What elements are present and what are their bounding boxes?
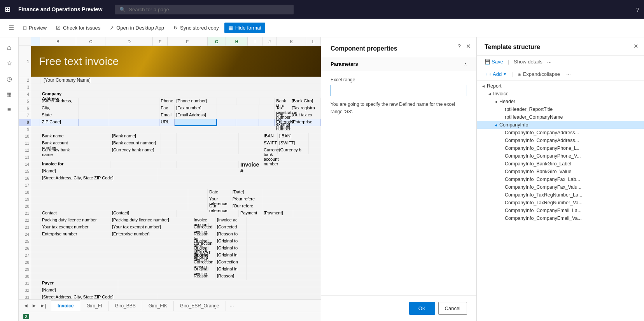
node-label-bankgiro-l: CompanyInfo_BankGiro_Label xyxy=(505,161,571,167)
excel-icon: X xyxy=(23,314,29,319)
sheet-tab-giro-fi[interactable]: Giro_FI xyxy=(80,301,108,311)
table-row: 20 Our reference [Our refere xyxy=(19,203,321,210)
sheet-tab-giro-esr[interactable]: Giro_ESR_Orange xyxy=(174,301,226,311)
table-row: 10 Bank name [Bank name] IBAN [IBAN] xyxy=(19,133,321,140)
tree-node-bankgiro-v[interactable]: CompanyInfo_BankGiro_Value xyxy=(477,168,644,175)
table-row: 4 Company Address xyxy=(19,91,321,98)
sheet-tab-invoice[interactable]: Invoice xyxy=(51,300,80,311)
tree-node-email-v[interactable]: CompanyInfo_CompanyEmail_Va... xyxy=(477,214,644,222)
parameters-section-header[interactable]: Parameters ∧ xyxy=(321,57,476,71)
sidebar-home[interactable]: ⌂ xyxy=(2,40,16,54)
tree-node-companyaddr2[interactable]: CompanyInfo_CompanyAddress... xyxy=(477,137,644,144)
search-icon: 🔍 xyxy=(119,7,126,12)
tree-arrow-invoice: ◄ xyxy=(488,92,493,96)
table-row: 32 [Name] xyxy=(19,287,321,294)
cancel-button[interactable]: Cancel xyxy=(438,302,467,315)
hide-format-button[interactable]: ▦ Hide format xyxy=(224,23,265,33)
preview-button[interactable]: □ Preview xyxy=(19,23,51,33)
tree-node-companyinfo[interactable]: ◄ CompanyInfo xyxy=(477,121,644,129)
hide-format-label: Hide format xyxy=(235,25,261,31)
tree-node-taxreg-l[interactable]: CompanyInfo_TaxRegNumber_La... xyxy=(477,191,644,199)
node-label-email-v: CompanyInfo_CompanyEmail_Va... xyxy=(505,216,582,221)
component-properties-panel: ? ✕ Component properties Parameters ∧ Ex… xyxy=(321,37,477,321)
sheet-nav-next[interactable]: ► xyxy=(30,303,38,309)
search-input[interactable] xyxy=(129,7,289,12)
tree-node-invoice[interactable]: ◄ Invoice xyxy=(477,90,644,98)
excel-range-input[interactable] xyxy=(331,85,467,96)
table-row: 27 Original invoice [Original in xyxy=(19,252,321,259)
sidebar-favorites[interactable]: ☆ xyxy=(2,56,16,70)
sync-button[interactable]: ↻ Sync stored copy xyxy=(170,23,223,33)
show-details-button[interactable]: Show details xyxy=(512,58,544,65)
save-label: Save xyxy=(492,59,503,65)
tree-node-fax-l[interactable]: CompanyInfo_CompanyFax_Lab... xyxy=(477,175,644,183)
comp-props-spacer xyxy=(321,122,476,295)
template-toolbar-ellipsis[interactable]: ··· xyxy=(547,59,552,65)
hamburger-button[interactable]: ☰ xyxy=(5,22,18,34)
left-sidebar: ⌂ ☆ ◷ ▦ ≡ xyxy=(0,37,19,321)
tree-node-header[interactable]: ◄ Header xyxy=(477,98,644,105)
apps-icon[interactable]: ⊞ xyxy=(5,5,10,14)
table-row: 8 ZIP Code] URL Enterprise number [Enter… xyxy=(19,119,321,126)
sync-label: Sync stored copy xyxy=(180,25,219,31)
template-close-icon[interactable]: ✕ xyxy=(634,43,639,50)
col-header-b: B xyxy=(40,37,77,46)
tree-node-email-l[interactable]: CompanyInfo_CompanyEmail_La... xyxy=(477,207,644,214)
expand-collapse-button[interactable]: ⊞ Expand/collapse xyxy=(516,70,562,78)
ok-button[interactable]: OK xyxy=(409,302,435,315)
sheet-tab-giro-bbs[interactable]: Giro_BBS xyxy=(108,301,142,311)
node-label-taxreg-l: CompanyInfo_TaxRegNumber_La... xyxy=(505,192,582,198)
node-label-bankgiro-v: CompanyInfo_BankGiro_Value xyxy=(505,169,571,174)
search-bar[interactable]: 🔍 xyxy=(115,5,294,14)
sheet-tabs-more[interactable]: ··· xyxy=(228,303,236,309)
spreadsheet-body[interactable]: 1 Free text invoice 2 [Your Company Name… xyxy=(19,46,321,299)
check-issues-button[interactable]: ☑ Check for issues xyxy=(52,23,104,33)
sheet-tabs: ◄ ► ►| Invoice Giro_FI Giro_BBS Giro_FIK… xyxy=(19,299,321,312)
app-title: Finance and Operations Preview xyxy=(18,6,102,12)
help-icon[interactable]: ? xyxy=(458,43,461,49)
tree-arrow-companyinfo: ◄ xyxy=(494,123,499,127)
tree-node-bankgiro-l[interactable]: CompanyInfo_BankGiro_Label xyxy=(477,160,644,168)
open-desktop-button[interactable]: ↗ Open in Desktop App xyxy=(106,23,168,33)
save-button[interactable]: 💾 Save xyxy=(483,58,505,65)
node-label-fax-v: CompanyInfo_CompanyFax_Valu... xyxy=(505,184,581,190)
chevron-up-icon: ∧ xyxy=(464,61,467,67)
tree-node-taxreg-v[interactable]: CompanyInfo_TaxRegNumber_Va... xyxy=(477,199,644,207)
col-header-d: D xyxy=(105,37,153,46)
node-label-phone-l: CompanyInfo_CompanyPhone_L... xyxy=(505,146,581,151)
node-label-phone-v: CompanyInfo_CompanyPhone_V... xyxy=(505,153,581,159)
table-row: 24 Enterprise number [Enterprise number]… xyxy=(19,231,321,238)
tree-node-report[interactable]: ◄ Report xyxy=(477,82,644,90)
sheet-nav-end[interactable]: ►| xyxy=(38,303,48,309)
tree-node-phone-l[interactable]: CompanyInfo_CompanyPhone_L... xyxy=(477,144,644,152)
sheet-nav-prev[interactable]: ◄ xyxy=(22,303,30,309)
help-icon[interactable]: ? xyxy=(636,6,639,13)
tree-node-phone-v[interactable]: CompanyInfo_CompanyPhone_V... xyxy=(477,152,644,160)
sidebar-workspaces[interactable]: ▦ xyxy=(2,87,16,101)
show-details-label: Show details xyxy=(514,59,542,65)
col-header-a xyxy=(31,37,40,46)
template-toolbar: 💾 Save | Show details ··· xyxy=(477,55,644,68)
table-row: 28 Correction reason [Correction xyxy=(19,259,321,266)
comp-props-footer: OK Cancel xyxy=(321,295,476,321)
node-label-email-l: CompanyInfo_CompanyEmail_La... xyxy=(505,208,581,213)
node-label-invoice: Invoice xyxy=(493,91,509,96)
tree-container[interactable]: ◄ Report ◄ Invoice ◄ Header xyxy=(477,81,644,321)
add-toolbar-ellipsis[interactable]: ··· xyxy=(566,71,571,77)
sheet-tab-giro-fik[interactable]: Giro_FIK xyxy=(142,301,174,311)
table-row: 29 Original invoice [Original in xyxy=(19,266,321,273)
tree-node-rpt-companyname[interactable]: rptHeader_CompanyName xyxy=(477,113,644,121)
close-icon[interactable]: ✕ xyxy=(466,43,471,50)
tree-node-companyaddr1[interactable]: CompanyInfo_CompanyAddress... xyxy=(477,129,644,137)
sidebar-list[interactable]: ≡ xyxy=(2,103,16,117)
table-row: 2 [Your Company Name] xyxy=(19,77,321,84)
tree-node-rpt-title[interactable]: rptHeader_ReportTitle xyxy=(477,105,644,113)
table-row: 26 Original total VAT amount [Original t… xyxy=(19,245,321,252)
node-label-rpt-title: rptHeader_ReportTitle xyxy=(505,107,553,112)
parameters-body: Excel range You are going to specify the… xyxy=(321,71,476,122)
add-button[interactable]: + + Add ▼ xyxy=(483,70,508,78)
tree-node-fax-v[interactable]: CompanyInfo_CompanyFax_Valu... xyxy=(477,183,644,191)
table-row: 3 xyxy=(19,84,321,91)
sidebar-recent[interactable]: ◷ xyxy=(2,72,16,86)
comp-props-title: Component properties xyxy=(331,45,467,52)
